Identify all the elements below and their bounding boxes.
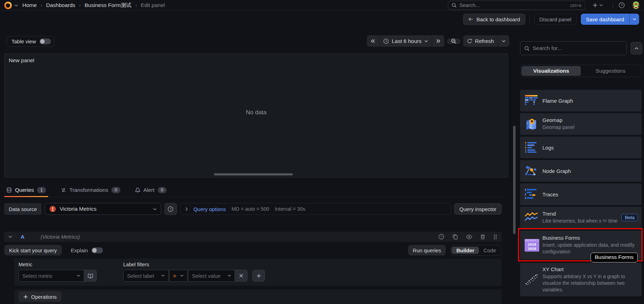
svg-text:?: ?: [170, 207, 171, 211]
add-operation-button[interactable]: Operations: [18, 291, 61, 302]
tab-queries[interactable]: Queries 1: [4, 183, 48, 197]
time-controls: Last 6 hours Refresh: [367, 35, 509, 47]
business-forms-tooltip: Business Forms: [591, 253, 638, 262]
plus-icon: [257, 274, 261, 278]
viz-item-xy-chart[interactable]: XY Chart Supports arbitrary X vs Y in a …: [520, 263, 642, 296]
run-queries-button[interactable]: Run queries: [408, 245, 446, 255]
select-value-dropdown[interactable]: Select value: [188, 270, 235, 282]
chevron-down-icon: [153, 208, 157, 210]
global-search-input[interactable]: Search... ctrl+k: [448, 1, 585, 10]
operations-label: Operations: [31, 294, 57, 300]
viz-item-title: Flame Graph: [542, 98, 573, 104]
operator-dropdown[interactable]: =: [169, 270, 187, 282]
tab-transformations[interactable]: Transformations 0: [59, 183, 123, 197]
search-placeholder: Search...: [459, 2, 480, 8]
back-to-dashboard-button[interactable]: Back to dashboard: [463, 14, 525, 25]
kick-start-query-button[interactable]: Kick start your query: [4, 245, 62, 255]
bell-icon: [135, 187, 140, 193]
user-avatar[interactable]: [632, 1, 640, 9]
flame-graph-icon: [524, 95, 539, 107]
query-row-header[interactable]: A (Victoria Metrics) ?: [4, 232, 502, 242]
code-mode-button[interactable]: Code: [479, 247, 501, 254]
trend-icon: [524, 212, 539, 224]
clock-icon: [383, 38, 389, 44]
time-range-picker[interactable]: Last 6 hours: [379, 35, 431, 47]
horizontal-scrollbar[interactable]: [214, 173, 293, 175]
explain-control: Explain: [71, 247, 103, 253]
panel-title[interactable]: New panel: [9, 57, 34, 64]
select-label-dropdown[interactable]: Select label: [123, 270, 169, 282]
time-shift-back-button[interactable]: [367, 35, 379, 47]
search-icon: [452, 3, 457, 8]
refresh-button[interactable]: Refresh: [463, 35, 498, 47]
tab-alert[interactable]: Alert 0: [133, 183, 169, 197]
zoom-out-time-button[interactable]: [447, 38, 460, 44]
help-button[interactable]: ?: [619, 0, 625, 10]
time-shift-forward-button[interactable]: [432, 35, 444, 47]
delete-query-icon[interactable]: [480, 234, 485, 240]
label-filter-control: Select label = Select value: [123, 270, 265, 282]
select-metric-dropdown[interactable]: Select metric: [18, 270, 84, 282]
chevron-down-icon: [180, 275, 184, 277]
operator-value: =: [173, 273, 176, 279]
breadcrumb-dashboards[interactable]: Dashboards: [46, 2, 75, 8]
query-options-collapsible[interactable]: Query options MD = auto = 500 Interval =…: [180, 203, 451, 215]
grafana-edit-panel: Home › Dashboards › Business Form测试 › Ed…: [0, 0, 644, 304]
add-filter-button[interactable]: [252, 270, 265, 282]
viz-item-description: Supports arbitrary X vs Y in a graph to …: [542, 273, 637, 293]
query-ref-id[interactable]: A: [21, 234, 24, 240]
svg-text:1010: 1010: [528, 247, 536, 251]
vertical-scrollbar[interactable]: [513, 126, 516, 234]
remove-filter-button[interactable]: [235, 270, 247, 282]
refresh-label: Refresh: [475, 38, 494, 44]
query-inspector-button[interactable]: Query inspector: [454, 203, 502, 215]
viz-item-flame-graph[interactable]: Flame Graph: [520, 90, 642, 111]
table-view-toggle[interactable]: [39, 38, 51, 44]
viz-item-geomap[interactable]: Geomap Geomap panel: [520, 113, 642, 135]
builder-mode-button[interactable]: Builder: [452, 247, 479, 254]
datasource-picker[interactable]: Victoria Metrics: [45, 203, 161, 215]
tab-suggestions[interactable]: Suggestions: [581, 66, 640, 76]
duplicate-query-icon[interactable]: [452, 234, 458, 240]
save-dashboard-caret[interactable]: [629, 14, 639, 25]
alert-count-badge: 0: [158, 187, 167, 193]
datasource-help-button[interactable]: ?: [164, 203, 177, 215]
drag-handle-icon[interactable]: [493, 234, 497, 240]
tab-queries-label: Queries: [15, 187, 34, 193]
tab-alert-label: Alert: [143, 187, 155, 193]
victoria-metrics-logo-icon: [49, 205, 56, 212]
arrow-left-icon: [468, 17, 473, 21]
breadcrumb-dashboard-name[interactable]: Business Form测试: [84, 2, 131, 9]
add-new-button[interactable]: [593, 0, 603, 10]
refresh-interval-caret[interactable]: [498, 35, 509, 47]
breadcrumb-home[interactable]: Home: [22, 2, 37, 8]
query-help-icon[interactable]: ?: [438, 234, 444, 240]
refresh-icon: [467, 38, 472, 44]
metrics-explorer-button[interactable]: [84, 270, 97, 282]
logs-icon: [524, 142, 539, 153]
visualization-search-input[interactable]: Search for...: [520, 41, 627, 55]
viz-item-node-graph[interactable]: Node Graph: [520, 160, 642, 182]
collapse-options-pane-button[interactable]: [630, 42, 642, 55]
book-icon: [88, 273, 93, 278]
discard-panel-button[interactable]: Discard panel: [534, 14, 577, 25]
save-dashboard-button[interactable]: Save dashboard: [581, 14, 629, 25]
viz-item-trend[interactable]: Trend Like timeseries, but when x != tim…: [520, 207, 642, 229]
action-toolbar: Back to dashboard Discard panel Save das…: [0, 11, 644, 28]
viz-item-traces[interactable]: Traces: [520, 183, 642, 205]
svg-text:?: ?: [621, 3, 623, 7]
grafana-logo-icon[interactable]: [4, 1, 12, 9]
transform-icon: [61, 187, 66, 193]
tab-visualizations[interactable]: Visualizations: [521, 66, 581, 76]
org-switcher-chevron-icon[interactable]: [14, 4, 18, 7]
viz-picker-tabs: Visualizations Suggestions: [520, 65, 642, 77]
toggle-visibility-icon[interactable]: [466, 234, 472, 239]
datasource-label: Data source: [4, 203, 42, 215]
select-value-placeholder: Select value: [192, 273, 225, 279]
geomap-icon: [524, 118, 539, 130]
explain-toggle[interactable]: [91, 247, 103, 253]
datasource-name: Victoria Metrics: [60, 206, 149, 212]
breadcrumb-separator: ›: [79, 2, 81, 8]
select-label-placeholder: Select label: [127, 273, 158, 279]
viz-item-logs[interactable]: Logs: [520, 137, 642, 158]
